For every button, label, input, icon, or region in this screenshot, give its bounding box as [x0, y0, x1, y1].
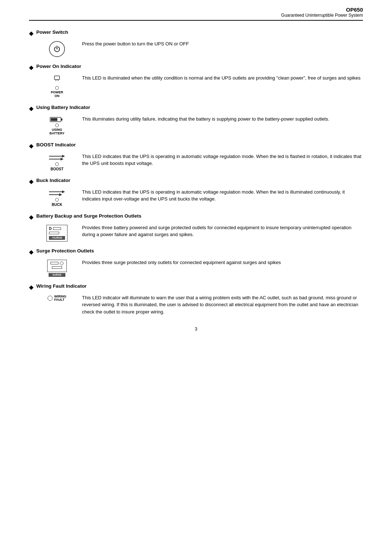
using-battery-indicator-icon: USINGBATTERY: [49, 116, 65, 135]
bullet-diamond-icon-5: ◆: [29, 178, 33, 185]
section-body-battery-backup: D +SURGE Provides three battery powered …: [41, 224, 363, 242]
power-on-indicator-icon: POWERON: [51, 75, 63, 98]
buck-svg: [48, 189, 66, 197]
section-body-boost: BOOST This LED indicates that the UPS is…: [41, 153, 363, 171]
buck-description: This LED indicates that the UPS is opera…: [82, 189, 363, 203]
power-button-icon: [49, 41, 65, 57]
svg-marker-11: [62, 190, 65, 193]
page-header: OP650 Guaranteed Uninterruptible Power S…: [29, 0, 363, 21]
surge-outlets-icon: [47, 260, 67, 272]
section-header-wiring-fault: ◆ Wiring Fault Indicator: [29, 283, 363, 291]
boost-indicator-icon: BOOST: [48, 154, 66, 171]
section-battery-backup-outlets: ◆ Battery Backup and Surge Protection Ou…: [29, 213, 363, 242]
section-header-power-switch: ◆ Power Switch: [29, 29, 363, 37]
power-on-description: This LED is illuminated when the utility…: [82, 74, 363, 82]
section-boost-indicator: ◆ BOOST Indicator BOOST This LED indic: [29, 142, 363, 171]
battery-backup-box-label: +SURGE: [52, 236, 62, 239]
battery-svg: [50, 116, 64, 123]
battery-led-circle: [55, 123, 59, 127]
section-body-surge: SURGE Provides three surge protected onl…: [41, 259, 363, 277]
boost-description: This LED indicates that the UPS is opera…: [82, 153, 363, 167]
bullet-diamond-icon-7: ◆: [29, 248, 33, 255]
surge-circle-indicator: [60, 262, 64, 265]
section-header-power-on: ◆ Power On Indicator: [29, 64, 363, 71]
outlet-row-2: [49, 232, 59, 234]
buck-indicator-icon: BUCK: [48, 189, 66, 207]
page-number: 3: [29, 326, 363, 332]
battery-backup-outlets-icon: D +SURGE: [46, 225, 68, 242]
outlet-row-1: D: [49, 227, 61, 231]
power-switch-description: Press the power button to turn the UPS O…: [82, 40, 363, 48]
section-using-battery: ◆ Using Battery Indicator USINGBATTERY T…: [29, 105, 363, 135]
surge-box-label: SURGE: [53, 274, 62, 276]
section-header-using-battery: ◆ Using Battery Indicator: [29, 105, 363, 112]
page: OP650 Guaranteed Uninterruptible Power S…: [0, 0, 392, 555]
power-on-label: POWERON: [51, 91, 63, 98]
surge-icon-col: SURGE: [41, 260, 73, 277]
bullet-diamond-icon-8: ◆: [29, 284, 33, 291]
svg-rect-0: [54, 76, 60, 80]
bullet-diamond-icon-3: ◆: [29, 105, 33, 112]
section-title-battery-backup: Battery Backup and Surge Protection Outl…: [36, 213, 142, 219]
using-battery-icon-col: USINGBATTERY: [41, 116, 73, 135]
outlet-rect-2: [49, 232, 59, 234]
buck-led-circle: [55, 198, 59, 202]
boost-led-circle: [55, 162, 59, 166]
battery-backup-description: Provides three battery powered and surge…: [82, 224, 363, 238]
section-title-buck: Buck Indicator: [36, 178, 70, 183]
section-power-on-indicator: ◆ Power On Indicator POWERON This LED is…: [29, 64, 363, 98]
svg-marker-9: [61, 158, 64, 161]
outlet-rect-1: [53, 227, 61, 230]
section-header-buck: ◆ Buck Indicator: [29, 178, 363, 185]
wiring-fault-icon-col: WIRINGFAULT: [41, 295, 73, 302]
power-on-icon-col: POWERON: [41, 75, 73, 98]
surge-outlet-rect-1: [50, 262, 58, 264]
wiring-fault-led-row: WIRINGFAULT: [48, 295, 66, 302]
bullet-diamond-icon-6: ◆: [29, 214, 33, 220]
wiring-fault-description: This LED indicator will illuminate to wa…: [82, 294, 363, 316]
wiring-fault-indicator-icon: WIRINGFAULT: [48, 295, 66, 302]
surge-outlet-rect-2: [52, 266, 62, 269]
buck-icon-col: BUCK: [41, 189, 73, 207]
section-buck-indicator: ◆ Buck Indicator BUCK Thi: [29, 178, 363, 207]
section-body-wiring-fault: WIRINGFAULT This LED indicator will illu…: [41, 294, 363, 316]
boost-icon-col: BOOST: [41, 154, 73, 171]
section-body-power-switch: Press the power button to turn the UPS O…: [41, 40, 363, 57]
svg-marker-7: [62, 155, 65, 158]
section-title-surge: Surge Protection Outlets: [36, 248, 94, 254]
surge-description: Provides three surge protected only outl…: [82, 259, 363, 266]
section-wiring-fault: ◆ Wiring Fault Indicator WIRINGFAULT Thi…: [29, 283, 363, 316]
section-title-power-on: Power On Indicator: [36, 64, 81, 69]
power-on-led-circle: [55, 86, 59, 90]
svg-rect-4: [61, 118, 62, 121]
section-title-wiring-fault: Wiring Fault Indicator: [36, 283, 87, 289]
section-body-using-battery: USINGBATTERY This illuminates during uti…: [41, 116, 363, 135]
power-symbol-svg: [53, 45, 61, 53]
surge-label-box: SURGE: [49, 273, 65, 277]
outlet-label-d: D: [49, 227, 52, 231]
product-subtitle: Guaranteed Uninterruptible Power System: [29, 13, 363, 18]
surge-outlet-row-1: [50, 262, 64, 265]
wiring-fault-led-circle: [48, 296, 53, 301]
wiring-fault-label: WIRINGFAULT: [54, 295, 66, 302]
section-body-buck: BUCK This LED indicates that the UPS is …: [41, 189, 363, 207]
section-header-surge: ◆ Surge Protection Outlets: [29, 248, 363, 255]
using-battery-label: USINGBATTERY: [49, 128, 65, 135]
bullet-diamond-icon-4: ◆: [29, 142, 33, 149]
bullet-diamond-icon-2: ◆: [29, 64, 33, 71]
section-body-power-on: POWERON This LED is illuminated when the…: [41, 74, 363, 98]
using-battery-description: This illuminates during utility failure,…: [82, 116, 363, 123]
boost-label: BOOST: [50, 167, 64, 171]
product-title: OP650: [29, 7, 363, 13]
boost-svg: [48, 154, 66, 162]
section-surge-protection-outlets: ◆ Surge Protection Outlets SURGE Provide…: [29, 248, 363, 277]
svg-marker-13: [59, 193, 62, 196]
svg-rect-5: [51, 118, 57, 121]
section-header-battery-backup: ◆ Battery Backup and Surge Protection Ou…: [29, 213, 363, 220]
buck-label: BUCK: [52, 203, 62, 207]
section-title-boost: BOOST Indicator: [36, 142, 76, 147]
battery-backup-label-box: +SURGE: [49, 236, 65, 240]
section-title-using-battery: Using Battery Indicator: [36, 105, 90, 110]
section-title-power-switch: Power Switch: [36, 29, 68, 35]
section-header-boost: ◆ BOOST Indicator: [29, 142, 363, 149]
